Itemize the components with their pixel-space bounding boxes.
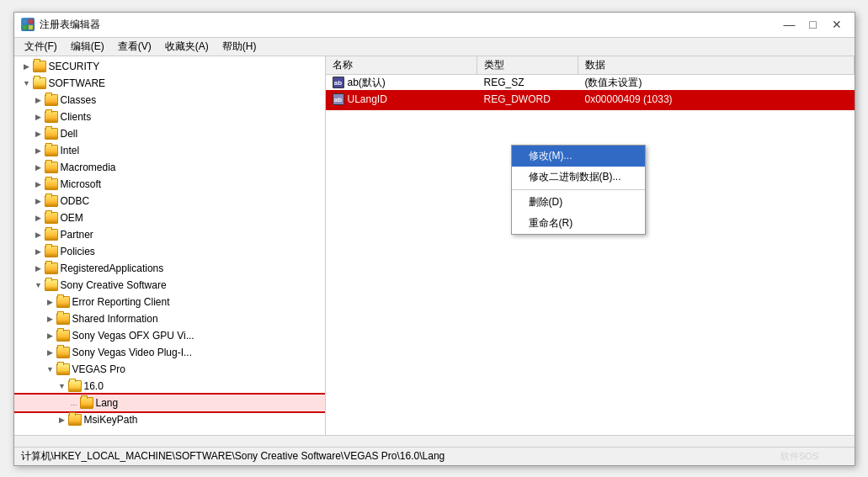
tree-item-regapps[interactable]: ▶ RegisteredApplications	[14, 260, 325, 277]
title-controls: — □ ✕	[779, 16, 848, 33]
folder-icon-sonyofx	[56, 330, 70, 342]
tree-item-clients[interactable]: ▶ Clients	[14, 109, 325, 125]
tree-expand-policies[interactable]: ▶	[33, 243, 45, 260]
tree-expand-vegaspro[interactable]: ▼	[45, 361, 56, 378]
registry-editor-window: 注册表编辑器 — □ ✕ 文件(F) 编辑(E) 查看(V) 收藏夹(A) 帮助…	[13, 12, 855, 466]
folder-icon-microsoft	[45, 178, 58, 190]
list-row-ulangid[interactable]: ab ULangID REG_DWORD 0x00000409 (1033)	[326, 92, 855, 109]
tree-label-oem: OEM	[61, 212, 83, 224]
menu-favorites[interactable]: 收藏夹(A)	[158, 38, 216, 56]
folder-icon-sharedinfo	[56, 313, 70, 325]
tree-expand-msikeypath[interactable]: ▶	[56, 411, 68, 428]
tree-item-sharedinfo[interactable]: ▶ Shared Information	[14, 310, 325, 327]
tree-expand-security[interactable]: ▶	[21, 58, 33, 75]
list-row-default[interactable]: ab ab(默认) REG_SZ (数值未设置)	[326, 75, 855, 92]
tree-item-vegaspro[interactable]: ▼ VEGAS Pro	[14, 361, 325, 378]
maximize-button[interactable]: □	[802, 16, 824, 33]
folder-icon-intel	[45, 145, 58, 156]
folder-icon-v16	[68, 380, 82, 392]
tree-expand-intel[interactable]: ▶	[33, 142, 45, 159]
tree-item-sonyvid[interactable]: ▶ Sony Vegas Video Plug-I...	[14, 344, 325, 361]
tree-item-msikeypath[interactable]: ▶ MsiKeyPath	[14, 411, 325, 428]
menu-view[interactable]: 查看(V)	[111, 38, 158, 56]
folder-icon-errclient	[56, 296, 70, 308]
tree-label-intel: Intel	[61, 145, 80, 156]
context-menu-modify-bin[interactable]: 修改二进制数据(B)...	[512, 167, 645, 188]
context-menu-modify[interactable]: 修改(M)...	[512, 146, 645, 167]
cell-type-ulangid: REG_DWORD	[477, 92, 578, 107]
col-header-data: 数据	[578, 56, 855, 74]
folder-icon-policies	[45, 246, 58, 257]
tree-item-macromedia[interactable]: ▶ Macromedia	[14, 159, 325, 176]
svg-rect-3	[29, 25, 33, 29]
watermark: 软件SOS	[780, 448, 848, 464]
cell-name-label-default: ab(默认)	[348, 76, 386, 90]
tree-item-v16[interactable]: ▼ 16.0	[14, 378, 325, 395]
tree-label-clients: Clients	[61, 111, 92, 123]
context-menu-rename[interactable]: 重命名(R)	[512, 213, 645, 234]
tree-expand-odbc[interactable]: ▶	[33, 193, 45, 209]
tree-label-policies: Policies	[61, 246, 95, 257]
tree-expand-v16[interactable]: ▼	[56, 378, 68, 395]
menu-edit[interactable]: 编辑(E)	[64, 38, 111, 56]
context-menu-delete[interactable]: 删除(D)	[512, 192, 645, 213]
status-path: 计算机\HKEY_LOCAL_MACHINE\SOFTWARE\Sony Cre…	[21, 449, 445, 464]
list-header: 名称 类型 数据	[326, 56, 855, 75]
tree-item-dell[interactable]: ▶ Dell	[14, 125, 325, 142]
tree-expand-classes[interactable]: ▶	[33, 92, 45, 109]
cell-data-ulangid: 0x00000409 (1033)	[578, 92, 855, 107]
tree-expand-errclient[interactable]: ▶	[45, 294, 56, 310]
close-button[interactable]: ✕	[826, 16, 848, 33]
minimize-button[interactable]: —	[779, 16, 801, 33]
window-title: 注册表编辑器	[40, 18, 100, 32]
tree-item-partner[interactable]: ▶ Partner	[14, 226, 325, 243]
tree-expand-sonyofx[interactable]: ▶	[45, 327, 56, 344]
tree-expand-sharedinfo[interactable]: ▶	[45, 310, 56, 327]
tree-expand-dell[interactable]: ▶	[33, 125, 45, 142]
folder-icon-oem	[45, 212, 58, 224]
tree-item-intel[interactable]: ▶ Intel	[14, 142, 325, 159]
context-menu[interactable]: 修改(M)... 修改二进制数据(B)... 删除(D) 重命名(R)	[511, 145, 646, 235]
tree-item-oem[interactable]: ▶ OEM	[14, 209, 325, 226]
tree-expand-regapps[interactable]: ▶	[33, 260, 45, 277]
tree-expand-software[interactable]: ▼	[21, 75, 33, 92]
tree-expand-macromedia[interactable]: ▶	[33, 159, 45, 176]
tree-label-msikeypath: MsiKeyPath	[84, 414, 138, 426]
tree-item-microsoft[interactable]: ▶ Microsoft	[14, 176, 325, 193]
reg-icon-default: ab	[333, 77, 344, 88]
svg-rect-2	[23, 25, 27, 29]
tree-item-sonyofx[interactable]: ▶ Sony Vegas OFX GPU Vi...	[14, 327, 325, 344]
h-scroll[interactable]	[14, 435, 855, 447]
tree-label-dell: Dell	[61, 128, 78, 140]
col-header-type: 类型	[477, 56, 578, 74]
tree-item-errclient[interactable]: ▶ Error Reporting Client	[14, 294, 325, 310]
folder-icon-partner	[45, 229, 58, 241]
tree-item-classes[interactable]: ▶ Classes	[14, 92, 325, 109]
tree-expand-lang[interactable]: ...	[68, 395, 80, 411]
folder-icon-software	[33, 77, 46, 89]
tree-expand-sony[interactable]: ▼	[33, 277, 45, 294]
tree-label-regapps: RegisteredApplications	[61, 262, 164, 274]
tree-label-sonyvid: Sony Vegas Video Plug-I...	[72, 347, 193, 358]
col-header-name: 名称	[326, 56, 477, 74]
tree-panel[interactable]: ▶ SECURITY ▼ SOFTWARE ▶ Classes ▶ Client…	[14, 56, 326, 435]
tree-expand-partner[interactable]: ▶	[33, 226, 45, 243]
list-body[interactable]: ab ab(默认) REG_SZ (数值未设置) ab ULangID REG_…	[326, 75, 855, 435]
tree-expand-clients[interactable]: ▶	[33, 109, 45, 125]
menu-file[interactable]: 文件(F)	[18, 38, 64, 56]
cell-name-label-ulangid: ULangID	[348, 93, 387, 105]
tree-item-software[interactable]: ▼ SOFTWARE	[14, 75, 325, 92]
tree-item-security[interactable]: ▶ SECURITY	[14, 58, 325, 75]
tree-item-sony[interactable]: ▼ Sony Creative Software	[14, 277, 325, 294]
tree-label-v16: 16.0	[84, 380, 104, 392]
tree-expand-sonyvid[interactable]: ▶	[45, 344, 56, 361]
tree-expand-oem[interactable]: ▶	[33, 209, 45, 226]
tree-item-odbc[interactable]: ▶ ODBC	[14, 193, 325, 209]
tree-item-policies[interactable]: ▶ Policies	[14, 243, 325, 260]
main-area: ▶ SECURITY ▼ SOFTWARE ▶ Classes ▶ Client…	[14, 56, 855, 435]
title-bar-left: 注册表编辑器	[21, 18, 100, 32]
menu-help[interactable]: 帮助(H)	[216, 38, 264, 56]
tree-item-lang[interactable]: ... Lang	[14, 395, 325, 411]
folder-icon-sony	[45, 279, 58, 291]
tree-expand-microsoft[interactable]: ▶	[33, 176, 45, 193]
